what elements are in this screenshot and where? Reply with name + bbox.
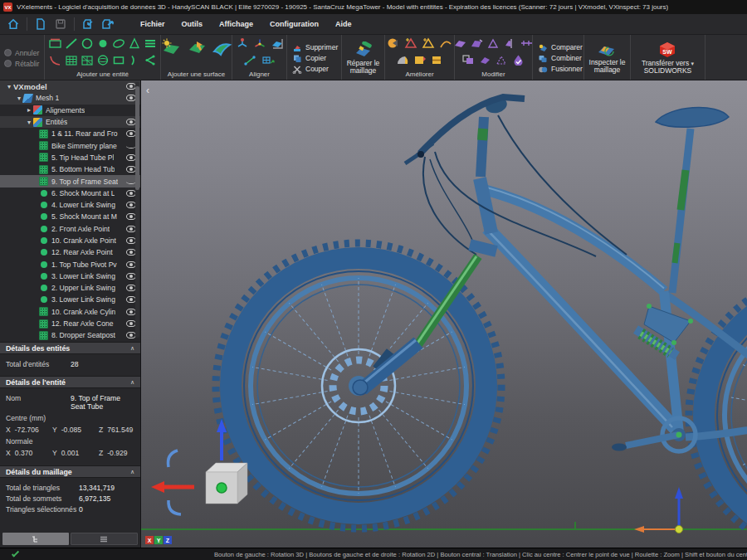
entity-details-header[interactable]: Détails de l'entité ∧ (0, 376, 140, 388)
tree-item[interactable]: 12. Rear Axle Cone (0, 318, 140, 329)
add-plane-icon[interactable] (48, 37, 63, 50)
collapse-caret-icon[interactable]: ∧ (130, 379, 134, 386)
add-circle-icon[interactable] (80, 37, 95, 50)
surface-selection-icon[interactable] (186, 37, 208, 57)
refine-icon[interactable] (413, 54, 427, 66)
tree-item[interactable]: 8. Dropper Seatpost (0, 329, 140, 341)
add-point-icon[interactable] (95, 37, 110, 50)
combine-button[interactable]: Combiner (538, 53, 582, 64)
tree-expander-icon[interactable] (25, 119, 33, 126)
merge-button[interactable]: Fusionner (538, 64, 583, 75)
tree-item[interactable]: Bike Simmetry plane (0, 139, 140, 151)
entities-details-header[interactable]: Détails des entités ∧ (0, 342, 140, 354)
tree-item[interactable]: 5. Bottom Head Tub (0, 163, 140, 175)
cut-button[interactable]: Couper (292, 64, 329, 75)
waterproof-icon[interactable] (511, 54, 525, 66)
tree-expander-icon[interactable] (25, 106, 33, 114)
flip-triangles-icon[interactable] (486, 37, 500, 49)
compare-button[interactable]: Comparer (538, 42, 583, 53)
add-facets-icon[interactable] (80, 54, 95, 66)
tree-item[interactable]: 4. Lower Link Swing (0, 199, 140, 211)
redo-button[interactable]: Rétablir (4, 60, 39, 68)
tree-view-tab[interactable] (2, 533, 69, 545)
add-curve-icon[interactable] (48, 54, 63, 66)
menu-item[interactable]: Aide (328, 17, 359, 31)
add-cone-icon[interactable] (127, 37, 142, 50)
boundary-curve-icon[interactable] (438, 37, 453, 49)
tree-item[interactable]: 2. Front Axle Point (0, 223, 140, 235)
align-grid-icon[interactable] (261, 55, 276, 66)
gizmo-front-dot[interactable] (217, 483, 227, 493)
tree-item[interactable]: 10. Crank Axle Point (0, 235, 140, 246)
tree-item[interactable]: Alignements (0, 105, 140, 116)
delete-button[interactable]: Supprimer (292, 42, 338, 53)
add-ellipse-icon[interactable] (111, 37, 126, 50)
collapse-caret-icon[interactable]: ∧ (130, 345, 134, 352)
tree-item[interactable]: 6. Shock Mount at L (0, 187, 140, 199)
clean-defects-icon[interactable] (403, 37, 418, 49)
axis-y-badge[interactable]: Y (154, 536, 163, 544)
tree-item[interactable]: 5. Tip Head Tube Pl (0, 152, 140, 163)
add-grid-icon[interactable] (64, 54, 79, 66)
axis-z-badge[interactable]: Z (164, 536, 172, 544)
auto-surface-icon[interactable] (161, 37, 183, 57)
tree-item[interactable]: 1 & 11. Rear and Fro (0, 128, 140, 139)
gizmo-rotate-up-arrow[interactable] (168, 450, 178, 467)
add-line-icon[interactable] (64, 37, 79, 50)
align-line-icon[interactable] (243, 55, 258, 66)
surface-patch-icon[interactable] (211, 37, 232, 57)
add-planes-stack-icon[interactable] (143, 37, 158, 50)
undo-button[interactable]: Annuler (4, 49, 39, 57)
split-mesh-icon[interactable] (461, 54, 476, 66)
mirror-mesh-icon[interactable] (503, 37, 517, 49)
tree-item[interactable]: 12. Rear Axle Point (0, 246, 140, 258)
axis-x-badge[interactable]: X (145, 536, 154, 544)
scale-mesh-icon[interactable] (520, 37, 534, 49)
tree-item[interactable]: 2. Upper Link Swing (0, 282, 140, 294)
import-icon[interactable] (80, 16, 96, 32)
tree-item[interactable]: 3. Lower Link Swing (0, 270, 140, 282)
extract-region-icon[interactable] (478, 54, 492, 66)
tree-item[interactable]: 3. Lower Link Swing (0, 294, 140, 305)
tree-item[interactable]: 9. Top of Frame Seat (0, 175, 140, 187)
save-icon[interactable] (52, 16, 69, 32)
transfer-solidworks-button[interactable]: SW Transférer vers ▾SOLIDWORKS (642, 37, 694, 79)
add-rectangle-icon[interactable] (111, 54, 126, 66)
inspect-mesh-button[interactable]: Inspecter lemaillage (589, 37, 626, 79)
fill-holes-icon[interactable] (386, 37, 401, 49)
tree-scrollbar[interactable] (135, 82, 139, 338)
tree-item[interactable]: 5. Shock Mount at M (0, 211, 140, 222)
decimate-icon[interactable] (395, 54, 410, 66)
menu-item[interactable]: Outils (174, 17, 211, 31)
home-icon[interactable] (5, 16, 22, 32)
copy-button[interactable]: Copier (292, 53, 326, 64)
gizmo-rotate-down-arrow[interactable] (168, 500, 181, 514)
reduce-noise-icon[interactable] (470, 37, 484, 49)
tree-item[interactable]: Entités (0, 116, 140, 128)
mesh-details-header[interactable]: Détails du maillage ∧ (0, 465, 140, 478)
export-icon[interactable] (100, 16, 116, 32)
bike-3d-model[interactable] (141, 80, 747, 548)
panel-collapse-chevron[interactable]: ‹ (146, 85, 149, 95)
align-surface-icon[interactable] (270, 37, 285, 50)
tree-item[interactable]: 10. Crank Axle Cylin (0, 306, 140, 318)
repair-mesh-button[interactable]: Réparer lemaillage (347, 37, 380, 79)
menu-item[interactable]: Affichage (212, 17, 261, 31)
tree-item[interactable]: Mesh 1 (0, 92, 140, 104)
add-arc-icon[interactable] (127, 54, 142, 66)
remove-spikes-icon[interactable] (453, 37, 467, 49)
add-polyline-icon[interactable] (143, 54, 158, 66)
menu-item[interactable]: Fichier (133, 17, 173, 31)
menu-item[interactable]: Configuration (262, 17, 326, 31)
align-axes-icon[interactable] (252, 37, 267, 50)
list-view-tab[interactable] (71, 533, 139, 545)
defeature-icon[interactable] (430, 54, 445, 66)
3d-viewport[interactable]: ‹ X Y Z (141, 80, 747, 548)
trim-mesh-icon[interactable] (495, 54, 509, 66)
tree-expander-icon[interactable] (5, 83, 13, 90)
smooth-mesh-icon[interactable] (421, 37, 436, 49)
tree-scrollbar-thumb[interactable] (135, 86, 139, 190)
align-target-icon[interactable] (235, 37, 250, 50)
tree-item[interactable]: 1. Top Tube Pivot Pv (0, 258, 140, 270)
tree-item[interactable]: VXmodel (0, 80, 140, 92)
